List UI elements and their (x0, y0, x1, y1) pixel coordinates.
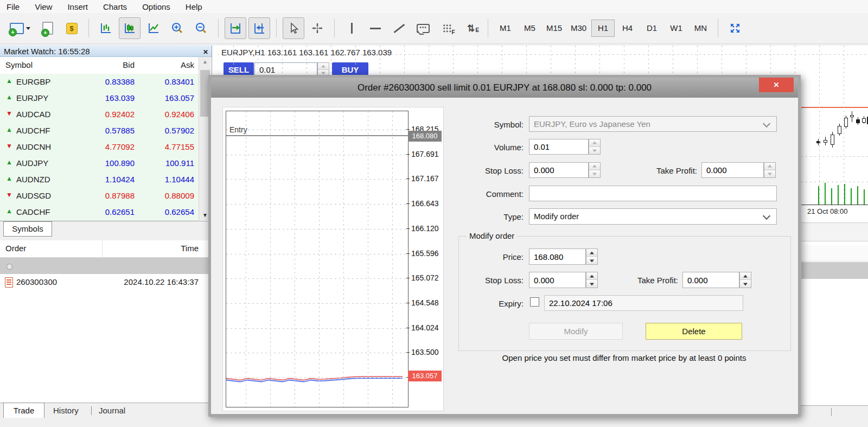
tile-windows-button[interactable] (724, 17, 746, 39)
symbol-row-eurjpy[interactable]: EURJPY163.039163.057 (0, 90, 199, 107)
axis-tick (406, 129, 410, 130)
modify-button[interactable]: Modify (529, 323, 623, 340)
timeframe-d1[interactable]: D1 (640, 20, 663, 37)
volume-stepper[interactable] (589, 139, 601, 155)
menu-help[interactable]: Help (186, 2, 202, 11)
toolbar-separator (276, 19, 277, 37)
menu-options[interactable]: Options (142, 2, 170, 11)
balance-row[interactable]: Balance: 99 878.59 USD Equity: 99 878.59… (0, 258, 212, 274)
modify-take-profit-input[interactable] (682, 272, 739, 288)
timeframe-m30[interactable]: M30 (567, 20, 590, 37)
auto-scroll-button[interactable] (225, 17, 246, 39)
crosshair-tool-button[interactable] (307, 17, 328, 39)
volume-bar (851, 188, 852, 205)
take-profit-input[interactable] (701, 162, 764, 178)
symbol-row-audcad[interactable]: AUDCAD0.924020.92406 (0, 106, 199, 123)
text-label-tool-button[interactable]: ••• (412, 17, 434, 39)
timeframe-h1[interactable]: H1 (591, 20, 615, 37)
column-header-time[interactable]: Time (108, 244, 199, 253)
price-scale-label: 167.167 (411, 174, 443, 183)
candlestick-chart-button[interactable] (119, 17, 141, 39)
timeframe-h4[interactable]: H4 (616, 20, 639, 37)
chevron-down-icon (763, 212, 770, 220)
vertical-line-tool-button[interactable] (341, 17, 362, 39)
symbol-row-audnzd[interactable]: AUDNZD1.104241.10444 (0, 171, 199, 188)
gridline (226, 130, 408, 130)
mt5-window: File View Insert Charts Options Help + +… (0, 0, 868, 427)
bid-price: 1.10424 (71, 175, 135, 184)
fibonacci-tool-button[interactable]: F (436, 17, 458, 39)
column-header-order[interactable]: Order (5, 244, 26, 253)
comment-input[interactable] (529, 186, 777, 201)
crosshair-icon (311, 22, 324, 35)
direction-arrow-icon (6, 77, 12, 85)
timeframe-m1[interactable]: M1 (494, 20, 517, 37)
symbol-row-audcnh[interactable]: AUDCNH4.770924.77155 (0, 139, 199, 156)
close-icon[interactable]: ✕ (203, 47, 208, 58)
menu-insert[interactable]: Insert (67, 2, 88, 11)
price-scale-label: 165.072 (411, 273, 443, 282)
toolbox-strip (801, 262, 868, 279)
chart-shift-button[interactable] (248, 17, 270, 39)
gridline (429, 46, 429, 74)
tab-history[interactable]: History (53, 406, 79, 415)
bid-price: 0.57885 (71, 126, 135, 135)
modify-stop-loss-input[interactable] (529, 272, 586, 288)
ask-price: 100.911 (130, 158, 194, 168)
bar-chart-button[interactable] (95, 17, 117, 39)
tab-journal[interactable]: Journal (99, 406, 125, 415)
stop-loss-input[interactable] (529, 162, 589, 178)
gridline (226, 254, 408, 254)
expiry-checkbox[interactable] (530, 297, 539, 307)
timeframe-m5[interactable]: M5 (518, 20, 541, 37)
dialog-close-button[interactable]: ✕ (759, 78, 794, 92)
order-time: 2024.10.22 16:43:37 (98, 274, 199, 290)
menu-file[interactable]: File (7, 2, 20, 11)
scroll-up-icon[interactable]: ▲ (199, 59, 211, 65)
zoom-out-button[interactable] (190, 17, 212, 39)
stop-loss-stepper[interactable] (589, 162, 601, 178)
tab-symbols[interactable]: Symbols (3, 221, 52, 237)
dialog-titlebar[interactable]: Order #260300300 sell limit 0.01 EURJPY … (211, 78, 798, 98)
gridline (226, 328, 408, 329)
column-header-ask[interactable]: Ask (130, 60, 194, 69)
volume-input[interactable] (529, 139, 589, 155)
price-stepper[interactable] (586, 248, 598, 265)
expiry-date-input[interactable] (544, 295, 743, 311)
timeframe-mn[interactable]: MN (689, 20, 712, 37)
modify-take-profit-stepper[interactable] (739, 272, 751, 288)
menu-charts[interactable]: Charts (103, 2, 127, 11)
line-chart-button[interactable] (143, 17, 164, 39)
trendline-tool-button[interactable] (388, 17, 410, 39)
delete-button[interactable]: Delete (646, 323, 742, 340)
timeframe-m15[interactable]: M15 (542, 20, 566, 37)
symbol-select[interactable]: EURJPY, Euro vs Japanese Yen (529, 116, 777, 132)
modify-take-profit-label: Take Profit: (593, 276, 678, 285)
timeframe-w1[interactable]: W1 (665, 20, 688, 37)
horizontal-line-tool-button[interactable] (365, 17, 386, 39)
column-header-bid[interactable]: Bid (71, 60, 135, 69)
menu-view[interactable]: View (35, 2, 52, 11)
price-input[interactable] (529, 248, 586, 265)
column-header-symbol[interactable]: Symbol (5, 60, 33, 69)
new-order-button[interactable]: $ (61, 17, 82, 39)
symbol-row-audsgd[interactable]: AUDSGD0.879880.88009 (0, 188, 199, 205)
ask-price: 0.83401 (130, 77, 194, 86)
price-label: Price: (439, 252, 524, 262)
symbol-row-eurgbp[interactable]: EURGBP0.833880.83401 (0, 74, 199, 91)
candle-body (856, 119, 860, 123)
order-row[interactable]: 260300300 2024.10.22 16:43:37 (0, 274, 212, 290)
bid-price: 4.77092 (71, 142, 135, 151)
symbol-row-audchf[interactable]: AUDCHF0.578850.57902 (0, 123, 199, 139)
tab-trade[interactable]: Trade (3, 403, 44, 418)
new-profile-button[interactable]: + (37, 17, 59, 39)
type-select[interactable]: Modify order (529, 208, 777, 225)
symbol-row-audjpy[interactable]: AUDJPY100.890100.911 (0, 155, 199, 172)
take-profit-stepper[interactable] (764, 162, 776, 178)
gridline (575, 46, 576, 74)
cursor-tool-button[interactable] (283, 17, 304, 39)
indicators-button[interactable]: ⇅E (460, 17, 482, 39)
symbol-row-cadchf[interactable]: CADCHF0.626510.62654 (0, 204, 199, 221)
zoom-in-button[interactable] (167, 17, 188, 39)
new-chart-button[interactable]: + (5, 17, 35, 39)
